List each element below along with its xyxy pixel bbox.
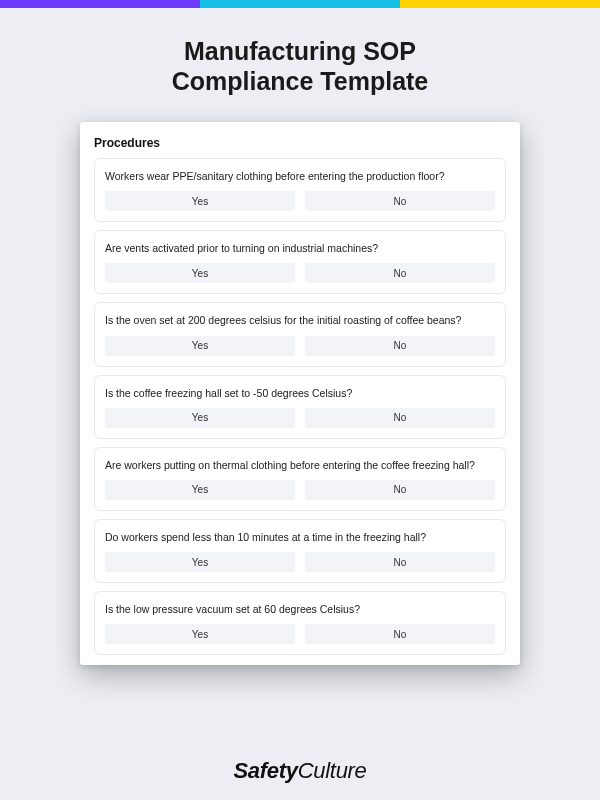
page-title-line-1: Manufacturing SOP bbox=[184, 37, 416, 65]
question-item: Are vents activated prior to turning on … bbox=[94, 230, 506, 294]
answer-row: Yes No bbox=[105, 480, 495, 500]
answer-row: Yes No bbox=[105, 408, 495, 428]
accent-segment-yellow bbox=[400, 0, 600, 8]
question-item: Is the coffee freezing hall set to -50 d… bbox=[94, 375, 506, 439]
procedures-card: Procedures Workers wear PPE/sanitary clo… bbox=[80, 122, 520, 665]
question-item: Do workers spend less than 10 minutes at… bbox=[94, 519, 506, 583]
brand-logo-light: Culture bbox=[298, 758, 367, 783]
question-item: Workers wear PPE/sanitary clothing befor… bbox=[94, 158, 506, 222]
answer-no-button[interactable]: No bbox=[305, 191, 495, 211]
question-text: Do workers spend less than 10 minutes at… bbox=[105, 530, 495, 544]
answer-row: Yes No bbox=[105, 263, 495, 283]
answer-yes-button[interactable]: Yes bbox=[105, 263, 295, 283]
page-title: Manufacturing SOP Compliance Template bbox=[0, 36, 600, 96]
answer-no-button[interactable]: No bbox=[305, 336, 495, 356]
answer-yes-button[interactable]: Yes bbox=[105, 336, 295, 356]
page-title-line-2: Compliance Template bbox=[172, 67, 429, 95]
question-text: Is the oven set at 200 degrees celsius f… bbox=[105, 313, 495, 327]
answer-yes-button[interactable]: Yes bbox=[105, 408, 295, 428]
accent-segment-cyan bbox=[200, 0, 400, 8]
question-text: Workers wear PPE/sanitary clothing befor… bbox=[105, 169, 495, 183]
answer-row: Yes No bbox=[105, 191, 495, 211]
question-text: Is the low pressure vacuum set at 60 deg… bbox=[105, 602, 495, 616]
question-text: Is the coffee freezing hall set to -50 d… bbox=[105, 386, 495, 400]
question-item: Is the low pressure vacuum set at 60 deg… bbox=[94, 591, 506, 655]
brand-logo-bold: Safety bbox=[233, 758, 297, 783]
section-title: Procedures bbox=[94, 136, 506, 150]
question-item: Is the oven set at 200 degrees celsius f… bbox=[94, 302, 506, 366]
answer-row: Yes No bbox=[105, 552, 495, 572]
answer-no-button[interactable]: No bbox=[305, 552, 495, 572]
answer-no-button[interactable]: No bbox=[305, 480, 495, 500]
answer-yes-button[interactable]: Yes bbox=[105, 552, 295, 572]
answer-no-button[interactable]: No bbox=[305, 624, 495, 644]
answer-yes-button[interactable]: Yes bbox=[105, 624, 295, 644]
accent-segment-purple bbox=[0, 0, 200, 8]
question-list: Workers wear PPE/sanitary clothing befor… bbox=[94, 158, 506, 655]
question-item: Are workers putting on thermal clothing … bbox=[94, 447, 506, 511]
brand-logo: SafetyCulture bbox=[0, 758, 600, 784]
answer-no-button[interactable]: No bbox=[305, 263, 495, 283]
question-text: Are workers putting on thermal clothing … bbox=[105, 458, 495, 472]
answer-row: Yes No bbox=[105, 624, 495, 644]
answer-row: Yes No bbox=[105, 336, 495, 356]
accent-color-bar bbox=[0, 0, 600, 8]
answer-yes-button[interactable]: Yes bbox=[105, 191, 295, 211]
answer-yes-button[interactable]: Yes bbox=[105, 480, 295, 500]
question-text: Are vents activated prior to turning on … bbox=[105, 241, 495, 255]
answer-no-button[interactable]: No bbox=[305, 408, 495, 428]
